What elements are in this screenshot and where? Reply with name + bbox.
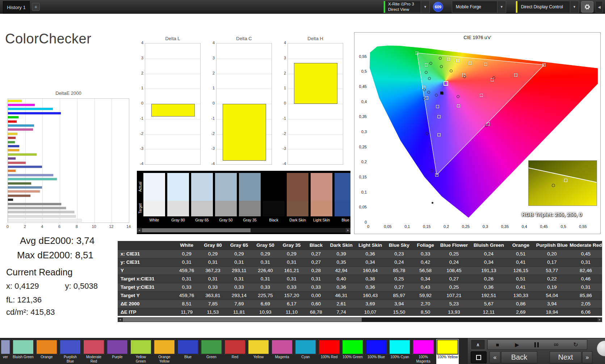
- patch-button-bluish-green[interactable]: Bluish Green: [13, 340, 34, 364]
- table-cell: 0,31: [278, 258, 305, 266]
- patch-button-yellow-green[interactable]: Yellow Green: [130, 340, 151, 364]
- display-control-selector[interactable]: Direct Display Control ▼: [516, 1, 579, 13]
- de2000-bar-foliage: [8, 182, 31, 185]
- de2000-bar-purplish-blue: [8, 166, 42, 168]
- row-label: Target Y: [118, 291, 174, 300]
- chevron-left-icon: ◀: [598, 5, 601, 9]
- patch-label: Red: [224, 355, 245, 359]
- source-label: Mobile Forge: [452, 4, 497, 9]
- patch-button-yellow[interactable]: Yellow: [248, 340, 269, 364]
- patch-button-magenta[interactable]: Magenta: [272, 340, 293, 364]
- table-row: Y459,76367,23293,11226,40161,210,2842,94…: [118, 266, 602, 275]
- patch-label: 100% Red: [319, 355, 340, 359]
- table-cell: 459,76: [174, 266, 200, 275]
- y-tick-label: -2: [277, 131, 286, 136]
- next-button[interactable]: Next: [550, 351, 581, 363]
- scroll-left-icon[interactable]: ◄: [118, 317, 122, 322]
- y-tick-label: 4: [135, 41, 143, 45]
- patch-button-purple[interactable]: Purple: [107, 340, 128, 364]
- table-cell: 0,27: [385, 283, 413, 291]
- strip-scrollbar-thumb[interactable]: [142, 228, 251, 232]
- y-tick-label: 0,1: [355, 190, 367, 194]
- gridline: [145, 59, 200, 59]
- pause-icon: [534, 342, 536, 347]
- loop-continuous-button[interactable]: ∞: [547, 339, 565, 350]
- delta-c-bar: [223, 104, 266, 161]
- delta-l-bar: [151, 104, 195, 117]
- de2000-bar-yellow: [8, 133, 17, 135]
- patch-button-ver[interactable]: ver: [1, 340, 10, 364]
- patch-button-100-red[interactable]: 100% Red: [319, 340, 340, 364]
- chevron-down-icon[interactable]: ▼: [421, 1, 429, 13]
- scroll-right-icon[interactable]: ►: [346, 228, 350, 233]
- pause-button[interactable]: [528, 339, 545, 350]
- table-scrollbar-thumb[interactable]: [123, 318, 362, 322]
- last-button[interactable]: »: [582, 351, 592, 363]
- patch-button-100-green[interactable]: 100% Green: [342, 340, 363, 364]
- patch-button-100-yellow[interactable]: 100% Yellow: [436, 339, 459, 364]
- repeat-button[interactable]: ↻: [567, 339, 584, 350]
- patch-button-100-cyan[interactable]: 100% Cyan: [389, 340, 410, 364]
- measured-marker: [457, 95, 459, 98]
- target-swatch: [311, 201, 332, 216]
- patch-button-100-magenta[interactable]: 100% Magenta: [413, 340, 434, 364]
- column-header: Blue Flower: [438, 241, 470, 250]
- table-scrollbar[interactable]: ◄ ►: [118, 317, 602, 322]
- settings-button[interactable]: [581, 1, 593, 13]
- x-tick-label: 0: [3, 224, 12, 229]
- de2000-bar-gray-50: [8, 207, 66, 209]
- patch-button-cyan[interactable]: Cyan: [295, 340, 316, 364]
- patch-button-red[interactable]: Red: [224, 340, 245, 364]
- tray-collapse-button[interactable]: ∧: [471, 339, 485, 350]
- chevron-down-icon[interactable]: ▼: [497, 1, 506, 13]
- table-cell: 160,43: [355, 291, 385, 300]
- row-label: Target x:CIE31: [118, 275, 174, 283]
- y-tick-label: 0: [277, 101, 286, 105]
- patch-swatch: [295, 340, 316, 354]
- de2000-bar-100-red: [8, 120, 17, 123]
- patch-button-purplish-blue[interactable]: Purplish Blue: [60, 340, 81, 364]
- first-button[interactable]: «: [490, 351, 500, 363]
- table-cell: 6,69: [252, 300, 279, 308]
- patch-button-blue[interactable]: Blue: [177, 340, 198, 364]
- row-label: x: CIE31: [118, 250, 174, 258]
- stop-icon: ■: [496, 342, 499, 348]
- table-cell: 7,69: [226, 300, 252, 308]
- current-cdm2: cd/m²: 415,83: [6, 308, 55, 317]
- y-tick-label: -1: [135, 116, 143, 120]
- back-button[interactable]: Back: [501, 351, 537, 363]
- table-cell: 42,94: [327, 266, 355, 275]
- de2000-bar-orange-yellow: [8, 149, 19, 151]
- collapse-panel-button[interactable]: ◀: [596, 1, 603, 13]
- y-tick-label: 0,35: [355, 114, 367, 119]
- y-tick-label: 1: [277, 86, 286, 90]
- white-point-marker: [444, 81, 448, 86]
- table-cell: 0,31: [200, 275, 226, 283]
- patch-button-orange-yellow[interactable]: Orange Yellow: [154, 340, 175, 364]
- patch-swatch: [224, 340, 245, 354]
- patch-button-100-blue[interactable]: 100% Blue: [366, 340, 387, 364]
- stop-measure-button[interactable]: [471, 351, 487, 363]
- table-cell: 2,61: [327, 300, 355, 308]
- add-tab-button[interactable]: +: [32, 3, 40, 11]
- scroll-right-icon[interactable]: ►: [597, 317, 602, 322]
- patch-button-orange[interactable]: Orange: [36, 340, 57, 364]
- source-selector[interactable]: Mobile Forge ▼: [452, 1, 506, 13]
- dial-knob[interactable]: [597, 340, 605, 356]
- strip-scrollbar[interactable]: ◄ ►: [137, 228, 350, 233]
- chevron-down-icon[interactable]: ▼: [570, 1, 579, 13]
- target-marker: [425, 96, 428, 100]
- patch-button-moderate-red[interactable]: Moderate Red: [83, 340, 104, 364]
- table-cell: 0,31: [200, 258, 226, 266]
- patch-swatch: [366, 340, 387, 354]
- tab-history-1[interactable]: History 1: [3, 1, 30, 14]
- stop-button[interactable]: ■: [489, 339, 506, 350]
- scroll-left-icon[interactable]: ◄: [137, 228, 142, 233]
- table-cell: 0,24: [438, 258, 470, 266]
- measured-marker: [428, 77, 431, 80]
- play-button[interactable]: ▶: [508, 339, 526, 350]
- patch-button-green[interactable]: Green: [201, 340, 222, 364]
- gridline: [145, 149, 200, 149]
- meter-selector[interactable]: X-Rite i1Pro 3 Direct View ▼: [383, 1, 430, 13]
- x-tick-label: 0,05: [382, 224, 394, 229]
